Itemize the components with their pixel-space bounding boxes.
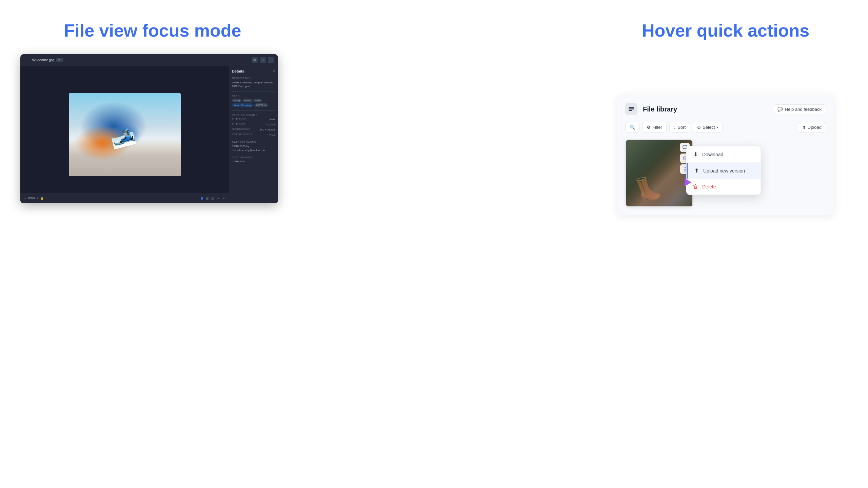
- details-panel: Details ✕ Description Skiers shredding t…: [229, 66, 278, 203]
- delete-menu-item[interactable]: 🗑 Delete: [687, 179, 761, 195]
- hover-quick-actions-title: Hover quick actions: [617, 20, 834, 41]
- tags-label: Tags: [232, 95, 275, 98]
- title-bar-icons: ⊞ ⤢ ···: [252, 57, 274, 63]
- draw-icon[interactable]: ✏: [217, 197, 219, 200]
- dimensions-label: Dimensions: [232, 128, 250, 131]
- file-size-label: File size: [232, 123, 245, 126]
- tag-winter-campaign[interactable]: Winter Campaign: [232, 103, 254, 107]
- image-area: − 100% + 🔒 ⊞ ⊡ ✏ ↗: [20, 66, 229, 203]
- file-type-row: File type PNG: [232, 118, 275, 122]
- description-value: Skiers shredding the gear wearing MBF Co…: [232, 81, 275, 88]
- file-type-label: File type: [232, 118, 246, 121]
- tags-container: skiing winter snow Winter Campaign MF We…: [232, 99, 275, 107]
- upload-version-icon: ⬆: [693, 167, 700, 174]
- title-bar: ← ski-promo.jpg V1 ⊞ ⤢ ···: [20, 54, 278, 66]
- sort-icon: ↕: [674, 125, 676, 130]
- version-badge: V1: [56, 58, 63, 62]
- dimensions-value: 840 × 582 px: [260, 128, 275, 132]
- panel-title: Details: [232, 69, 244, 73]
- color-space-row: Color space RGB: [232, 133, 275, 137]
- sort-button[interactable]: ↕ Sort: [669, 122, 690, 133]
- right-section: File library 💬 Help and feedback 🔍 ⚙ Fil…: [617, 95, 834, 215]
- zoom-minus[interactable]: −: [24, 197, 26, 200]
- app-window: ← ski-promo.jpg V1 ⊞ ⤢ ··· −: [20, 54, 278, 203]
- date-uploaded-row: Date uploaded 08/10/2023 by diana.kenned…: [232, 138, 275, 152]
- expand-icon[interactable]: ⤢: [260, 57, 266, 63]
- svg-rect-2: [629, 110, 632, 111]
- context-menu: ⬇ Download ⬆ Upload new version 🗑 Delete: [686, 146, 761, 195]
- file-card[interactable]: ⋮: [625, 139, 693, 207]
- file-size-value: 1.2 GB: [267, 123, 275, 127]
- filter-label: Filter: [652, 125, 662, 130]
- zoom-controls: − 100% + 🔒: [24, 197, 44, 200]
- tags-section: Tags skiing winter snow Winter Campaign …: [232, 95, 275, 107]
- date-uploaded-label: Date uploaded: [232, 141, 256, 144]
- last-updated-label: Last updated: [232, 156, 253, 159]
- toolbar-right-icons: ⊞ ⊡ ✏ ↗: [201, 197, 225, 200]
- more-icon[interactable]: ···: [268, 57, 274, 63]
- help-label: Help and feedback: [785, 107, 822, 112]
- tag-skiing[interactable]: skiing: [232, 99, 241, 102]
- upload-icon: ⬆: [802, 125, 806, 130]
- zoom-level: 100%: [27, 197, 35, 200]
- library-title: File library: [643, 105, 677, 113]
- svg-rect-0: [629, 107, 634, 108]
- back-button[interactable]: ←: [24, 57, 29, 63]
- select-button[interactable]: ⊙ Select ▾: [693, 122, 723, 133]
- delete-icon: 🗑: [692, 184, 699, 190]
- left-section: File view focus mode ← ski-promo.jpg V1 …: [20, 20, 285, 203]
- file-library-panel: File library 💬 Help and feedback 🔍 ⚙ Fil…: [617, 95, 834, 215]
- upload-version-menu-item[interactable]: ⬆ Upload new version: [687, 163, 761, 179]
- description-section: Description Skiers shredding the gear we…: [232, 77, 275, 88]
- toolbar-row: 🔍 ⚙ Filter ↕ Sort ⊙ Select ▾ ⬆ Upload: [625, 122, 826, 133]
- file-name-label: ski-promo.jpg: [32, 58, 54, 62]
- sort-label: Sort: [677, 125, 686, 130]
- share-icon[interactable]: ↗: [222, 197, 225, 200]
- library-icon: [625, 103, 637, 115]
- file-view-title: File view focus mode: [20, 20, 285, 41]
- upload-button[interactable]: ⬆ Upload: [798, 122, 826, 133]
- color-space-label: Color space: [232, 133, 253, 136]
- file-size-row: File size 1.2 GB: [232, 123, 275, 127]
- download-label: Download: [702, 152, 723, 157]
- divider-2: [232, 110, 275, 111]
- tag-snow[interactable]: snow: [253, 99, 262, 102]
- image-toolbar: − 100% + 🔒 ⊞ ⊡ ✏ ↗: [20, 193, 229, 203]
- dimensions-row: Dimensions 840 × 582 px: [232, 128, 275, 132]
- crop-icon[interactable]: ⊡: [211, 197, 214, 200]
- delete-label: Delete: [702, 184, 716, 189]
- grid-icon[interactable]: ⊞: [206, 197, 209, 200]
- tag-winter[interactable]: winter: [242, 99, 252, 102]
- last-updated-value: 07/16/2024: [232, 160, 275, 163]
- upload-label: Upload: [808, 125, 822, 130]
- search-button[interactable]: 🔍: [625, 122, 639, 133]
- help-feedback-button[interactable]: 💬 Help and feedback: [773, 104, 826, 114]
- close-panel-button[interactable]: ✕: [273, 69, 275, 73]
- library-header: File library 💬 Help and feedback: [625, 103, 826, 115]
- main-content: − 100% + 🔒 ⊞ ⊡ ✏ ↗: [20, 66, 278, 203]
- filter-button[interactable]: ⚙ Filter: [642, 122, 667, 133]
- select-chevron: ▾: [716, 125, 718, 129]
- download-menu-item[interactable]: ⬇ Download: [687, 146, 761, 162]
- download-icon: ⬇: [692, 151, 699, 158]
- tag-mf-week[interactable]: MF Week: [255, 103, 268, 107]
- select-label: Select: [703, 125, 715, 130]
- select-icon: ⊙: [697, 125, 701, 130]
- description-label: Description: [232, 77, 275, 80]
- color-space-value: RGB: [270, 133, 275, 137]
- file-grid: ⋮ ⬇ Download ⬆ Upload new version 🗑 Dele…: [625, 139, 826, 207]
- svg-rect-1: [629, 108, 634, 109]
- zoom-plus[interactable]: +: [37, 197, 38, 200]
- file-type-value: PNG: [270, 118, 275, 122]
- upload-version-label: Upload new version: [703, 168, 745, 174]
- ski-image: [69, 93, 181, 176]
- cursor-pointer-indicator: [685, 178, 691, 186]
- last-updated-row: Last updated 07/16/2024: [232, 154, 275, 163]
- search-icon: 🔍: [630, 125, 635, 130]
- skier-figure: [110, 110, 143, 158]
- nav-dot-active: [201, 197, 203, 200]
- version-section: Version details File type PNG File size …: [232, 114, 275, 163]
- layout-icon[interactable]: ⊞: [252, 57, 258, 63]
- right-title-section: Hover quick actions: [617, 20, 834, 54]
- help-icon: 💬: [777, 107, 783, 112]
